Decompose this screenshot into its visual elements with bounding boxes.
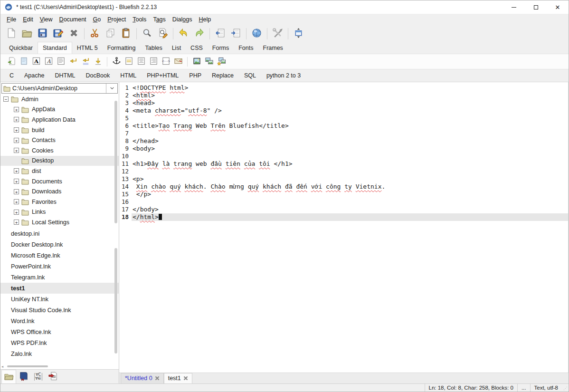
non-breaking-space-button[interactable] [92, 56, 104, 68]
find-replace-button[interactable] [155, 27, 171, 41]
hscroll-thumb[interactable] [7, 365, 48, 367]
tree-scrollbar[interactable] [114, 101, 118, 228]
maximize-button[interactable] [525, 0, 547, 14]
character-map-tab[interactable]: ∀C∀∈ [31, 370, 46, 383]
redo-button[interactable] [191, 27, 207, 41]
bookmarks-tab[interactable] [16, 370, 31, 383]
expand-icon[interactable]: + [14, 199, 19, 204]
email-button[interactable] [172, 56, 184, 68]
bold-button[interactable]: A [30, 56, 42, 68]
menu-help[interactable]: Help [195, 15, 214, 24]
undo-button[interactable] [176, 27, 191, 41]
preferences-button[interactable] [270, 27, 285, 41]
menu-tools[interactable]: Tools [129, 15, 150, 24]
tree-item[interactable]: +Links [0, 207, 119, 218]
directory-dropdown-button[interactable] [106, 84, 117, 93]
file-item[interactable]: Microsoft Edge.lnk [0, 250, 119, 261]
document-tab-test1[interactable]: test1 [164, 373, 192, 383]
comment-button[interactable]: <--> [160, 56, 172, 68]
expand-icon[interactable]: + [14, 168, 19, 173]
file-item[interactable]: Word.lnk [0, 316, 119, 326]
file-item[interactable]: Zalo.lnk [0, 348, 119, 359]
language-tab-apache[interactable]: Apache [19, 70, 49, 81]
menu-document[interactable]: Document [56, 15, 90, 24]
document-tab--untitled-0[interactable]: *Untitled 0 [121, 373, 164, 383]
quickbar-tab-fonts[interactable]: Fonts [234, 43, 258, 54]
close-file-button[interactable] [66, 27, 82, 41]
menu-view[interactable]: View [37, 15, 56, 24]
language-tab-c[interactable]: C [4, 70, 19, 81]
save-button[interactable] [35, 27, 50, 41]
menu-edit[interactable]: Edit [19, 15, 37, 24]
language-tab-replace[interactable]: Replace [207, 70, 239, 81]
anchor-button[interactable] [110, 56, 123, 68]
expand-icon[interactable]: + [14, 210, 19, 215]
cut-button[interactable] [87, 27, 103, 41]
menu-tags[interactable]: Tags [150, 15, 169, 24]
new-file-button[interactable] [3, 27, 19, 41]
file-item[interactable]: WPS PDF.lnk [0, 337, 119, 348]
tree-item[interactable]: +build [0, 125, 119, 135]
language-tab-dhtml[interactable]: DHTML [49, 70, 80, 81]
quickbar-tab-css[interactable]: CSS [186, 43, 208, 54]
menu-go[interactable]: Go [90, 15, 104, 24]
file-item[interactable]: Docker Desktop.lnk [0, 239, 119, 250]
center-button[interactable] [135, 56, 147, 68]
directory-combo[interactable]: C:\Users\Admin\Desktop [1, 83, 118, 94]
quickbar-tab-html-5[interactable]: HTML 5 [72, 43, 103, 54]
tree-item[interactable]: +AppData [0, 105, 119, 115]
tree-item[interactable]: +Documents [0, 176, 119, 187]
quickbar-tab-list[interactable]: List [167, 43, 186, 54]
quickbar-tab-quickbar[interactable]: Quickbar [4, 43, 38, 54]
indent-button[interactable] [228, 27, 244, 41]
file-item[interactable]: PowerPoint.lnk [0, 261, 119, 272]
tree-scroll-thumb[interactable] [114, 101, 117, 223]
language-tab-sql[interactable]: SQL [239, 70, 261, 81]
scroll-left-arrow-icon[interactable]: ◂ [1, 364, 3, 369]
quickbar-tab-formatting[interactable]: Formatting [103, 43, 141, 54]
thumbnail-button[interactable] [203, 56, 215, 68]
tree-item[interactable]: +Desktop [0, 156, 119, 166]
multi-thumbnail-button[interactable] [215, 56, 228, 68]
tree-item[interactable]: +Contacts [0, 135, 119, 145]
file-item[interactable]: Visual Studio Code.lnk [0, 305, 119, 316]
insert-image-button[interactable] [190, 56, 203, 68]
language-tab-docbook[interactable]: DocBook [81, 70, 115, 81]
file-item[interactable]: UniKey NT.lnk [0, 294, 119, 305]
save-as-button[interactable] [50, 27, 66, 41]
file-list-scroll-thumb[interactable] [114, 248, 117, 354]
tree-item[interactable]: +dist [0, 166, 119, 176]
tree-item[interactable]: −Admin [0, 94, 119, 105]
right-justify-button[interactable] [147, 56, 160, 68]
minimize-button[interactable] [503, 0, 525, 14]
fullscreen-button[interactable] [291, 27, 306, 41]
expand-icon[interactable]: + [14, 179, 19, 184]
break-clear-button[interactable] [79, 56, 92, 68]
language-tab-python-2-to-3[interactable]: python 2 to 3 [261, 70, 306, 81]
file-item[interactable]: WPS Office.lnk [0, 326, 119, 337]
expand-icon[interactable]: + [14, 189, 19, 194]
italic-button[interactable]: A [42, 56, 55, 68]
tree-item[interactable]: +Downloads [0, 186, 119, 197]
tab-close-button[interactable] [183, 376, 188, 381]
expand-icon[interactable]: + [14, 107, 19, 112]
tree-item[interactable]: +Local Settings [0, 217, 119, 228]
tree-item[interactable]: +Application Data [0, 115, 119, 125]
quickbar-tab-tables[interactable]: Tables [141, 43, 167, 54]
quickbar-tab-standard[interactable]: Standard [38, 42, 72, 54]
file-item[interactable]: desktop.ini [0, 228, 119, 239]
file-item[interactable]: test1 [0, 283, 119, 294]
rule-button[interactable] [123, 56, 135, 68]
body-button[interactable] [18, 56, 30, 68]
copy-button[interactable] [103, 27, 118, 41]
paste-button[interactable] [118, 27, 134, 41]
tab-close-button[interactable] [155, 376, 160, 381]
resize-grip[interactable]: ⋰ [562, 384, 569, 392]
paragraph-button[interactable] [55, 56, 67, 68]
code-editor[interactable]: 1<!DOCTYPE html>2<html>3<head>4<meta cha… [119, 82, 569, 373]
file-browser-tab[interactable] [1, 370, 16, 383]
quickbar-tab-forms[interactable]: Forms [208, 43, 234, 54]
quickstart-button[interactable] [5, 56, 18, 68]
expand-icon[interactable]: + [14, 117, 19, 122]
menu-project[interactable]: Project [104, 15, 129, 24]
